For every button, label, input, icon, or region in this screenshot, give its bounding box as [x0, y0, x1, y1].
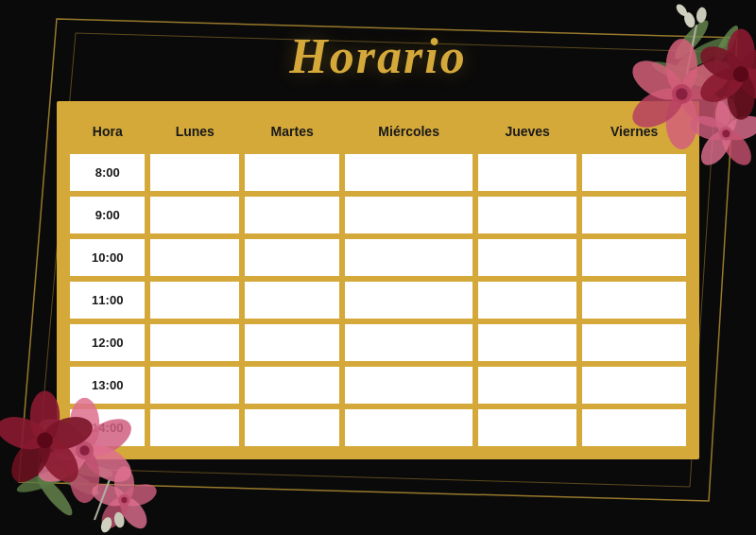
schedule-cell[interactable] [245, 367, 339, 404]
schedule-cell[interactable] [478, 197, 577, 233]
schedule-cell[interactable] [478, 367, 577, 404]
schedule-cell[interactable] [245, 282, 339, 319]
schedule-cell[interactable] [345, 367, 472, 404]
table-row: 13:00 [70, 367, 686, 404]
schedule-cell[interactable] [582, 409, 686, 446]
table-header-row: Hora Lunes Martes Miércoles Jueves Viern… [70, 114, 686, 148]
header-lunes: Lunes [150, 114, 239, 148]
main-content: Horario Hora Lunes Martes Miércoles Juev… [0, 0, 756, 535]
schedule-cell[interactable] [150, 154, 239, 191]
schedule-cell[interactable] [582, 154, 686, 191]
schedule-cell[interactable] [345, 154, 472, 191]
table-row: 8:00 [70, 154, 686, 191]
schedule-cell[interactable] [345, 409, 472, 446]
table-row: 11:00 [70, 282, 686, 319]
hour-cell: 12:00 [70, 324, 145, 361]
schedule-cell[interactable] [478, 409, 577, 446]
table-row: 10:00 [70, 239, 686, 276]
header-jueves: Jueves [478, 114, 577, 148]
header-hora: Hora [70, 114, 145, 148]
schedule-cell[interactable] [582, 324, 686, 361]
hour-cell: 8:00 [70, 154, 145, 191]
schedule-cell[interactable] [582, 239, 686, 276]
header-miercoles: Miércoles [345, 114, 472, 148]
schedule-cell[interactable] [345, 282, 472, 319]
schedule-cell[interactable] [582, 367, 686, 404]
schedule-cell[interactable] [582, 197, 686, 233]
schedule-cell[interactable] [345, 324, 472, 361]
schedule-cell[interactable] [245, 324, 339, 361]
schedule-cell[interactable] [345, 239, 472, 276]
hour-cell: 14:00 [70, 409, 145, 446]
schedule-cell[interactable] [582, 282, 686, 319]
page-title: Horario [289, 28, 466, 84]
schedule-cell[interactable] [478, 239, 577, 276]
schedule-cell[interactable] [245, 197, 339, 233]
header-martes: Martes [245, 114, 339, 148]
schedule-cell[interactable] [150, 367, 239, 404]
header-viernes: Viernes [582, 114, 686, 148]
hour-cell: 13:00 [70, 367, 145, 404]
schedule-cell[interactable] [478, 282, 577, 319]
schedule-cell[interactable] [245, 154, 339, 191]
table-row: 14:00 [70, 409, 686, 446]
table-row: 9:00 [70, 197, 686, 233]
hour-cell: 11:00 [70, 282, 145, 319]
schedule-cell[interactable] [150, 282, 239, 319]
schedule-cell[interactable] [478, 324, 577, 361]
table-row: 12:00 [70, 324, 686, 361]
schedule-cell[interactable] [478, 154, 577, 191]
schedule-cell[interactable] [345, 197, 472, 233]
schedule-container: Hora Lunes Martes Miércoles Jueves Viern… [57, 101, 699, 459]
schedule-cell[interactable] [245, 409, 339, 446]
schedule-cell[interactable] [150, 239, 239, 276]
schedule-table: Hora Lunes Martes Miércoles Jueves Viern… [64, 109, 692, 452]
schedule-cell[interactable] [150, 197, 239, 233]
schedule-cell[interactable] [150, 409, 239, 446]
hour-cell: 10:00 [70, 239, 145, 276]
hour-cell: 9:00 [70, 197, 145, 233]
schedule-cell[interactable] [150, 324, 239, 361]
schedule-cell[interactable] [245, 239, 339, 276]
